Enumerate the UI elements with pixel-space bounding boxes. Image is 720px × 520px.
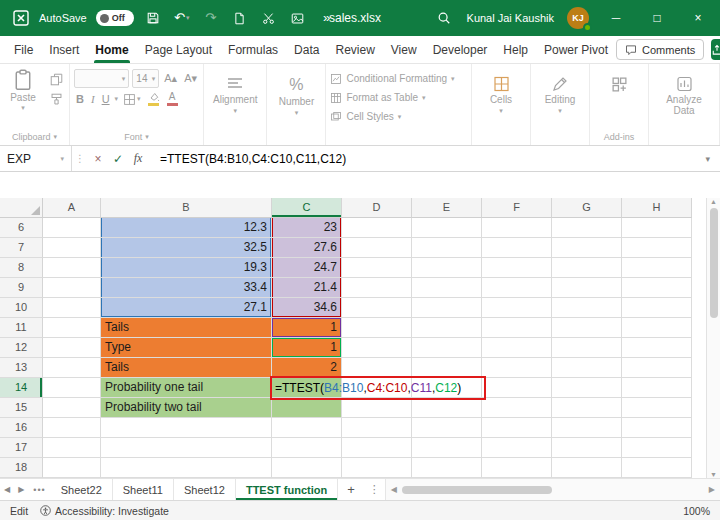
scroll-down-icon[interactable]: ▼ bbox=[710, 471, 717, 478]
cell-B12[interactable]: Type bbox=[101, 338, 272, 358]
cell-A17[interactable] bbox=[43, 438, 101, 458]
cell-A16[interactable] bbox=[43, 418, 101, 438]
cell-D17[interactable] bbox=[342, 438, 412, 458]
enter-entry-button[interactable]: ✓ bbox=[108, 152, 128, 166]
cell-G13[interactable] bbox=[552, 358, 622, 378]
sheet-tab-sheet22[interactable]: Sheet22 bbox=[51, 479, 113, 500]
clipboard-group-label[interactable]: Clipboard▾ bbox=[12, 132, 57, 144]
font-name-select[interactable]: ▾ bbox=[74, 69, 129, 88]
column-header-E[interactable]: E bbox=[412, 198, 482, 218]
undo-icon[interactable]: ↶▾ bbox=[172, 0, 192, 36]
cell-F12[interactable] bbox=[482, 338, 552, 358]
cell-F11[interactable] bbox=[482, 318, 552, 338]
cell-C11[interactable]: 1 bbox=[272, 318, 342, 338]
column-header-H[interactable]: H bbox=[622, 198, 692, 218]
share-button[interactable] bbox=[711, 39, 720, 60]
column-header-F[interactable]: F bbox=[482, 198, 552, 218]
scroll-right-icon[interactable]: ▶ bbox=[709, 485, 715, 494]
cell-H6[interactable] bbox=[622, 218, 692, 238]
sheet-menu-icon[interactable]: ⋮ bbox=[364, 479, 385, 500]
cell-G17[interactable] bbox=[552, 438, 622, 458]
cell-D11[interactable] bbox=[342, 318, 412, 338]
alignment-button[interactable]: Alignment ▾ bbox=[208, 69, 262, 115]
row-header-9[interactable]: 9 bbox=[0, 278, 43, 298]
cell-H12[interactable] bbox=[622, 338, 692, 358]
cell-C15[interactable] bbox=[272, 398, 342, 418]
autosave-toggle[interactable]: Off bbox=[96, 10, 134, 26]
tab-developer[interactable]: Developer bbox=[425, 36, 496, 63]
cell-B17[interactable] bbox=[101, 438, 272, 458]
underline-dropdown-icon[interactable]: ▾ bbox=[115, 95, 119, 103]
cell-E17[interactable] bbox=[412, 438, 482, 458]
cell-A7[interactable] bbox=[43, 238, 101, 258]
search-icon[interactable] bbox=[434, 11, 454, 25]
row-header-18[interactable]: 18 bbox=[0, 458, 43, 478]
copy-icon[interactable] bbox=[47, 72, 65, 86]
cell-D15[interactable] bbox=[342, 398, 412, 418]
cell-A10[interactable] bbox=[43, 298, 101, 318]
tab-review[interactable]: Review bbox=[327, 36, 382, 63]
cell-H17[interactable] bbox=[622, 438, 692, 458]
cell-D8[interactable] bbox=[342, 258, 412, 278]
cell-C14[interactable]: =TTEST(B4:B10,C4:C10,C11,C12) bbox=[272, 378, 342, 398]
cell-E7[interactable] bbox=[412, 238, 482, 258]
bold-button[interactable]: B bbox=[74, 93, 86, 105]
font-size-select[interactable]: 14▾ bbox=[132, 69, 159, 88]
format-as-table-button[interactable]: Format as Table▾ bbox=[330, 88, 425, 107]
number-button[interactable]: % Number ▾ bbox=[271, 69, 321, 117]
document-icon[interactable] bbox=[230, 12, 250, 25]
cell-styles-button[interactable]: Cell Styles▾ bbox=[330, 107, 401, 126]
editing-button[interactable]: Editing ▾ bbox=[535, 69, 585, 115]
vertical-scrollbar[interactable]: ▲ ▼ bbox=[706, 198, 720, 478]
cell-F7[interactable] bbox=[482, 238, 552, 258]
picture-icon[interactable] bbox=[288, 12, 308, 25]
cell-G15[interactable] bbox=[552, 398, 622, 418]
tab-power-pivot[interactable]: Power Pivot bbox=[536, 36, 616, 63]
cell-G14[interactable] bbox=[552, 378, 622, 398]
zoom-level[interactable]: 100% bbox=[683, 505, 710, 517]
row-header-13[interactable]: 13 bbox=[0, 358, 43, 378]
tab-view[interactable]: View bbox=[383, 36, 425, 63]
cell-F6[interactable] bbox=[482, 218, 552, 238]
clipboard-launcher-icon[interactable]: ▾ bbox=[54, 133, 58, 141]
cell-C12[interactable]: 1 bbox=[272, 338, 342, 358]
more-commands-icon[interactable]: » bbox=[317, 0, 337, 36]
cell-G8[interactable] bbox=[552, 258, 622, 278]
borders-icon[interactable]: ▾ bbox=[121, 93, 143, 106]
cell-F18[interactable] bbox=[482, 458, 552, 478]
cell-F15[interactable] bbox=[482, 398, 552, 418]
cell-C13[interactable]: 2 bbox=[272, 358, 342, 378]
cell-B7[interactable]: 32.5 bbox=[101, 238, 272, 258]
cell-A8[interactable] bbox=[43, 258, 101, 278]
cell-G10[interactable] bbox=[552, 298, 622, 318]
cell-H16[interactable] bbox=[622, 418, 692, 438]
horizontal-scroll-thumb[interactable] bbox=[402, 486, 552, 494]
cell-B16[interactable] bbox=[101, 418, 272, 438]
column-header-B[interactable]: B bbox=[101, 198, 272, 218]
tab-formulas[interactable]: Formulas bbox=[220, 36, 286, 63]
cell-C18[interactable] bbox=[272, 458, 342, 478]
cell-B15[interactable]: Probability two tail bbox=[101, 398, 272, 418]
cell-B14[interactable]: Probability one tail bbox=[101, 378, 272, 398]
cell-E6[interactable] bbox=[412, 218, 482, 238]
cell-G11[interactable] bbox=[552, 318, 622, 338]
column-header-A[interactable]: A bbox=[43, 198, 101, 218]
cell-A15[interactable] bbox=[43, 398, 101, 418]
cell-B13[interactable]: Tails bbox=[101, 358, 272, 378]
row-header-12[interactable]: 12 bbox=[0, 338, 43, 358]
cell-F13[interactable] bbox=[482, 358, 552, 378]
cell-A14[interactable] bbox=[43, 378, 101, 398]
name-box[interactable]: EXP ▾ bbox=[0, 146, 72, 171]
cell-H10[interactable] bbox=[622, 298, 692, 318]
cancel-entry-button[interactable]: × bbox=[88, 152, 108, 166]
cell-F10[interactable] bbox=[482, 298, 552, 318]
sheet-nav-prev-icon[interactable]: ◀ bbox=[0, 479, 14, 500]
horizontal-scrollbar[interactable]: ◀ ▶ bbox=[385, 479, 720, 500]
insert-function-button[interactable]: fx bbox=[128, 151, 148, 166]
cell-D16[interactable] bbox=[342, 418, 412, 438]
cell-H15[interactable] bbox=[622, 398, 692, 418]
cell-D6[interactable] bbox=[342, 218, 412, 238]
cell-D18[interactable] bbox=[342, 458, 412, 478]
cell-H14[interactable] bbox=[622, 378, 692, 398]
cell-H8[interactable] bbox=[622, 258, 692, 278]
